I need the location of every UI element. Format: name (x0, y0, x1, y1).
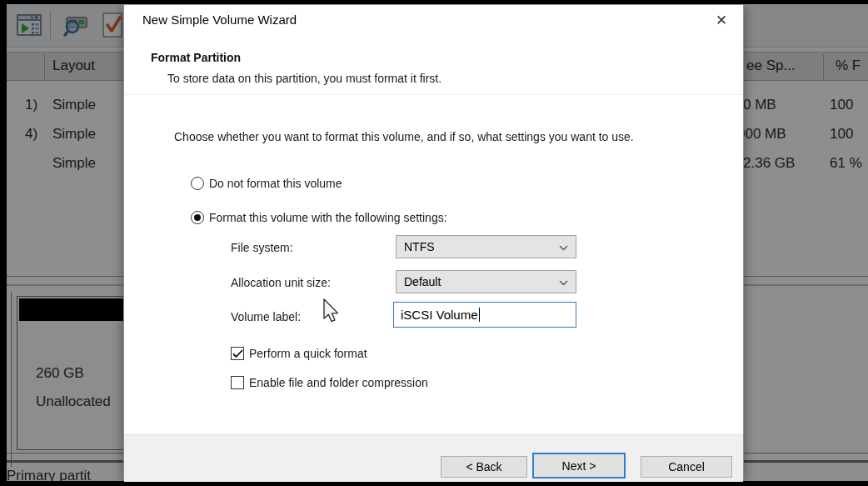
file-system-value: NTFS (404, 240, 435, 253)
chevron-down-icon (559, 280, 568, 286)
mouse-cursor-icon (322, 298, 343, 327)
radio-1-label[interactable]: Format this volume with the following se… (209, 211, 447, 224)
file-system-dropdown[interactable]: NTFS (396, 235, 576, 258)
page-subtitle: To store data on this partition, you mus… (167, 72, 441, 85)
dialog-footer: < Back Next > Cancel (124, 434, 743, 482)
dialog-title: New Simple Volume Wizard (142, 13, 297, 27)
next-button[interactable]: Next > (532, 453, 626, 478)
header-divider (124, 94, 743, 95)
page-title: Format Partition (151, 51, 241, 64)
radio-1[interactable] (191, 211, 204, 224)
close-icon[interactable]: ✕ (707, 8, 736, 33)
checkbox-0-label[interactable]: Perform a quick format (249, 347, 367, 360)
checkbox-1[interactable] (231, 376, 244, 389)
intro-text: Choose whether you want to format this v… (174, 130, 634, 143)
screen: Layout ee Sp... % F 1) Simple 0 MB 100 4… (0, 0, 868, 486)
allocation-unit-label: Allocation unit size: (231, 276, 331, 289)
chevron-down-icon (559, 245, 568, 251)
checkbox-1-label[interactable]: Enable file and folder compression (249, 376, 428, 389)
new-simple-volume-wizard-dialog: New Simple Volume Wizard ✕ Format Partit… (123, 4, 744, 481)
radio-0[interactable] (191, 177, 204, 190)
text-caret (479, 308, 480, 322)
file-system-label: File system: (231, 241, 293, 254)
cancel-button[interactable]: Cancel (641, 456, 732, 478)
radio-0-label[interactable]: Do not format this volume (209, 177, 342, 190)
volume-label-input[interactable]: iSCSI Volume (393, 302, 576, 328)
volume-label-label: Volume label: (231, 310, 301, 323)
check-icon (232, 349, 243, 358)
back-button[interactable]: < Back (441, 456, 527, 478)
allocation-unit-dropdown[interactable]: Default (396, 270, 576, 293)
volume-label-value: iSCSI Volume (401, 308, 478, 322)
allocation-unit-value: Default (404, 275, 441, 288)
checkbox-0[interactable] (231, 347, 244, 360)
